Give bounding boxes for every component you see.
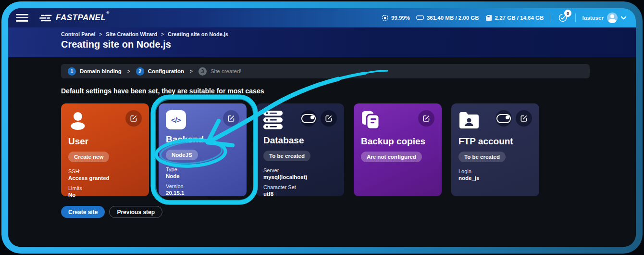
step-label: Site created! <box>211 68 242 74</box>
edit-icon <box>130 115 137 122</box>
cpu-icon <box>382 14 388 21</box>
status-badge: To be created <box>458 152 506 162</box>
toggle-on-icon <box>496 114 511 123</box>
ram-value: 361.40 MB / 2.00 GB <box>427 15 479 21</box>
settings-cards: User Create new SSH: Access granted Limi… <box>61 103 590 196</box>
breadcrumb-item[interactable]: Site Creation Wizard <box>106 31 157 37</box>
settings-note: Default settings have been set, they are… <box>61 87 590 95</box>
breadcrumb-separator: > <box>161 32 164 37</box>
ftp-icon <box>458 110 480 129</box>
ram-icon <box>416 15 424 21</box>
notifications-button[interactable]: 0 <box>557 12 569 24</box>
edit-icon <box>227 115 235 122</box>
card-field: Login node_js <box>458 168 532 181</box>
card-field: Type Node <box>166 166 239 179</box>
edit-backup-button[interactable] <box>418 110 434 127</box>
edit-backend-button[interactable] <box>223 110 239 127</box>
avatar <box>607 13 618 23</box>
app-window: FASTPANEL® 99.99% 361.40 MB / 2.00 GB <box>8 8 636 247</box>
code-icon: </> <box>166 110 186 129</box>
card-field: Version 20.15.1 <box>166 183 239 196</box>
card-title: FTP account <box>458 136 532 147</box>
step-separator: > <box>127 69 130 74</box>
wizard-stepper: 1 Domain binding > 2 Configuration > 3 S… <box>61 64 590 78</box>
step-site-created: 3 Site created! <box>198 67 242 76</box>
edit-icon <box>422 115 430 122</box>
backup-icon <box>361 110 381 130</box>
wizard-actions: Create site Previous step <box>61 206 590 218</box>
disk-value: 2.27 GB / 14.64 GB <box>495 15 544 21</box>
status-badge: NodeJS <box>166 150 198 160</box>
step-number: 1 <box>68 67 76 76</box>
card-backup-copies: Backup copies Are not configured <box>354 103 442 196</box>
card-ftp-account: FTP account To be created Login node_js <box>451 103 539 196</box>
card-user: User Create new SSH: Access granted Limi… <box>61 103 149 196</box>
status-badge: To be created <box>263 151 310 161</box>
divider <box>575 13 576 22</box>
card-title: Backup copies <box>361 136 434 147</box>
step-label: Configuration <box>148 68 184 74</box>
disk-icon <box>485 14 492 21</box>
edit-user-button[interactable] <box>125 110 142 127</box>
disk-stat: 2.27 GB / 14.64 GB <box>485 14 544 21</box>
edit-icon <box>325 115 333 122</box>
card-field: Limits No <box>68 185 142 198</box>
card-title: Backend <box>166 134 239 145</box>
edit-database-button[interactable] <box>321 110 337 127</box>
previous-step-button[interactable]: Previous step <box>109 206 162 218</box>
card-title: Database <box>263 135 337 146</box>
user-menu[interactable]: fastuser <box>582 13 626 23</box>
edit-icon <box>520 115 528 122</box>
logo-text: FASTPANEL® <box>56 13 109 23</box>
card-field: Character Set utf8 <box>263 184 337 197</box>
breadcrumb: Control Panel > Site Creation Wizard > C… <box>61 31 636 37</box>
card-field: SSH: Access granted <box>68 168 142 181</box>
edit-ftp-button[interactable] <box>516 110 532 127</box>
logo-glyph-icon <box>39 14 52 22</box>
breadcrumb-item[interactable]: Creating site on Node.js <box>168 31 228 37</box>
user-icon <box>68 110 89 131</box>
logo[interactable]: FASTPANEL® <box>39 13 109 23</box>
step-number: 2 <box>136 67 144 76</box>
ftp-toggle[interactable] <box>495 110 512 127</box>
notifications-badge: 0 <box>564 10 571 17</box>
main-content: 1 Domain binding > 2 Configuration > 3 S… <box>8 57 636 247</box>
toggle-on-icon <box>301 114 316 123</box>
username: fastuser <box>582 15 604 21</box>
chevron-down-icon <box>621 16 626 20</box>
device-frame: FASTPANEL® 99.99% 361.40 MB / 2.00 GB <box>1 1 643 254</box>
step-label: Domain binding <box>80 68 122 74</box>
card-title: User <box>68 136 142 147</box>
ram-stat: 361.40 MB / 2.00 GB <box>416 15 479 21</box>
page-header: Control Panel > Site Creation Wizard > C… <box>8 27 636 57</box>
status-badge: Create new <box>68 152 109 162</box>
breadcrumb-separator: > <box>99 32 102 37</box>
menu-icon[interactable] <box>16 14 28 22</box>
step-configuration[interactable]: 2 Configuration <box>136 67 184 76</box>
page-title: Creating site on Node.js <box>61 39 636 50</box>
card-backend: </> Backend NodeJS Type N <box>159 103 247 196</box>
step-number: 3 <box>198 67 207 76</box>
database-icon <box>263 110 284 130</box>
cpu-stat: 99.99% <box>382 14 410 21</box>
card-database: Database To be created Server mysql(loca… <box>256 103 344 196</box>
cpu-value: 99.99% <box>391 15 410 21</box>
topbar-stats: 99.99% 361.40 MB / 2.00 GB 2.27 GB / 14.… <box>382 12 626 24</box>
card-field: Server mysql(localhost) <box>263 167 337 180</box>
status-badge: Are not configured <box>361 152 422 162</box>
create-site-button[interactable]: Create site <box>61 206 105 218</box>
step-separator: > <box>190 69 193 74</box>
top-bar: FASTPANEL® 99.99% 361.40 MB / 2.00 GB <box>8 8 636 27</box>
step-domain-binding[interactable]: 1 Domain binding <box>68 67 122 76</box>
database-toggle[interactable] <box>300 110 317 127</box>
divider <box>550 13 550 22</box>
breadcrumb-item[interactable]: Control Panel <box>61 31 96 37</box>
